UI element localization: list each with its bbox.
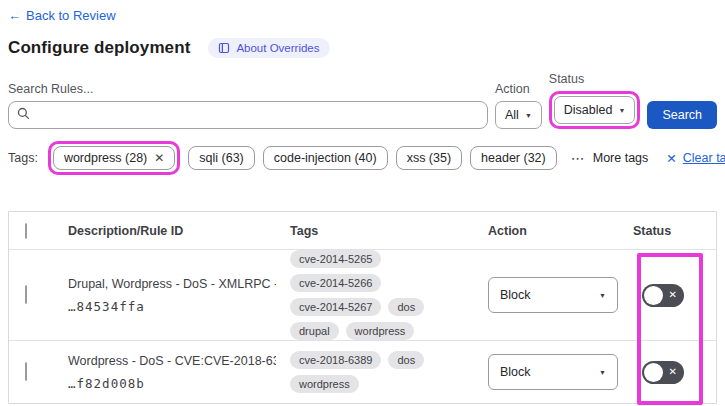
- tag-filter-wordpress[interactable]: wordpress (28) ✕: [53, 146, 175, 170]
- about-overrides-label: About Overrides: [236, 42, 319, 54]
- rule-tag-pill: drupal: [290, 322, 339, 340]
- status-filter-value: Disabled: [564, 103, 613, 117]
- table-body: Drupal, Wordpress - DoS - XMLRPC - CVE:C…: [9, 249, 716, 403]
- rule-tag-pill: wordpress: [290, 375, 359, 393]
- page-title: Configure deployment: [8, 38, 190, 58]
- tag-filter-header[interactable]: header (32): [470, 146, 557, 170]
- rule-tag-pill: cve-2014-5267: [290, 298, 381, 316]
- ellipsis-icon: ⋯: [571, 150, 586, 166]
- action-group: Action All ▼: [495, 82, 542, 129]
- rule-id: …84534ffa: [68, 299, 276, 314]
- tag-filter-code-injection[interactable]: code-injection (40): [263, 146, 388, 170]
- tag-filter-xss[interactable]: xss (35): [396, 146, 462, 170]
- configure-deployment-page: ←Back to Review Configure deployment Abo…: [0, 0, 725, 406]
- about-overrides-badge[interactable]: About Overrides: [208, 38, 329, 58]
- remove-tag-icon[interactable]: ✕: [154, 151, 164, 165]
- action-filter-select[interactable]: All ▼: [495, 101, 542, 129]
- row-checkbox[interactable]: [25, 362, 27, 381]
- toggle-knob: [644, 286, 663, 305]
- toggle-knob: [644, 363, 663, 382]
- select-all-checkbox[interactable]: [25, 223, 27, 239]
- more-tags-label: More tags: [593, 151, 649, 165]
- more-tags-button[interactable]: ⋯ More tags: [571, 150, 649, 166]
- search-icon: [17, 106, 36, 124]
- rule-description: Drupal, Wordpress - DoS - XMLRPC - CVE:C…: [68, 277, 276, 291]
- action-filter-label: Action: [495, 82, 542, 96]
- rules-table: Description/Rule ID Tags Action Status D…: [8, 211, 717, 404]
- status-filter-label: Status: [549, 72, 641, 86]
- chevron-down-icon: ▼: [525, 112, 532, 119]
- rule-action-value: Block: [500, 365, 531, 379]
- rule-id: …f82d008b: [68, 376, 276, 391]
- column-header-tags: Tags: [290, 224, 488, 238]
- docs-book-icon: [218, 42, 230, 54]
- rule-tag-pill: cve-2014-5266: [290, 274, 381, 292]
- tags-bar-label: Tags:: [8, 151, 38, 165]
- tag-filter-label: wordpress (28): [64, 151, 147, 165]
- rule-tags: cve-2018-6389 dos wordpress: [290, 351, 476, 393]
- column-header-description: Description/Rule ID: [68, 224, 290, 238]
- column-header-status: Status: [633, 224, 716, 238]
- search-group: Search Rules...: [8, 82, 488, 129]
- toggle-off-icon: ✕: [669, 290, 677, 300]
- back-arrow-icon: ←: [8, 8, 21, 23]
- row-checkbox[interactable]: [25, 285, 27, 304]
- filter-controls: Search Rules... Action All ▼ Status Disa…: [8, 72, 717, 129]
- rule-tag-pill: cve-2018-6389: [290, 351, 381, 369]
- rule-description: Wordpress - DoS - CVE:CVE-2018-6389: [68, 354, 276, 368]
- rule-action-select[interactable]: Block ▼: [488, 277, 618, 313]
- status-filter-annotation-box: Disabled ▼: [549, 91, 641, 129]
- chevron-down-icon: ▼: [599, 292, 606, 299]
- rule-status-toggle-off[interactable]: ✕: [642, 284, 684, 307]
- chevron-down-icon: ▼: [599, 369, 606, 376]
- back-link-label: Back to Review: [26, 8, 116, 23]
- status-filter-select[interactable]: Disabled ▼: [554, 96, 636, 124]
- status-group: Status Disabled ▼: [549, 72, 641, 129]
- table-row: Drupal, Wordpress - DoS - XMLRPC - CVE:C…: [9, 250, 716, 340]
- clear-tags-link[interactable]: ✕ Clear tags: [666, 151, 725, 166]
- rule-tag-pill: dos: [388, 298, 424, 316]
- action-filter-value: All: [505, 108, 519, 122]
- search-rules-label: Search Rules...: [8, 82, 488, 96]
- table-row: Wordpress - DoS - CVE:CVE-2018-6389 …f82…: [9, 340, 716, 403]
- rule-tags: cve-2014-5265 cve-2014-5266 cve-2014-526…: [290, 250, 476, 340]
- rule-action-select[interactable]: Block ▼: [488, 354, 618, 390]
- selected-tag-annotation-box: wordpress (28) ✕: [48, 141, 180, 175]
- rule-status-toggle-off[interactable]: ✕: [642, 361, 684, 384]
- title-row: Configure deployment About Overrides: [8, 38, 717, 58]
- clear-tags-label: Clear tags: [683, 151, 725, 165]
- clear-icon: ✕: [666, 151, 676, 166]
- table-header-row: Description/Rule ID Tags Action Status: [9, 212, 716, 249]
- rule-tag-pill: cve-2014-5265: [290, 250, 381, 268]
- chevron-down-icon: ▼: [618, 107, 625, 114]
- toggle-off-icon: ✕: [669, 367, 677, 377]
- rule-tag-pill: wordpress: [346, 322, 415, 340]
- search-rules-input-box[interactable]: [8, 101, 488, 129]
- search-rules-input[interactable]: [36, 108, 479, 122]
- back-to-review-link[interactable]: ←Back to Review: [8, 8, 116, 23]
- column-header-action: Action: [488, 224, 633, 238]
- search-button[interactable]: Search: [647, 101, 717, 129]
- tags-bar: Tags: wordpress (28) ✕ sqli (63) code-in…: [8, 141, 717, 175]
- rule-tag-pill: dos: [388, 351, 424, 369]
- rule-action-value: Block: [500, 288, 531, 302]
- tag-filter-sqli[interactable]: sqli (63): [188, 146, 254, 170]
